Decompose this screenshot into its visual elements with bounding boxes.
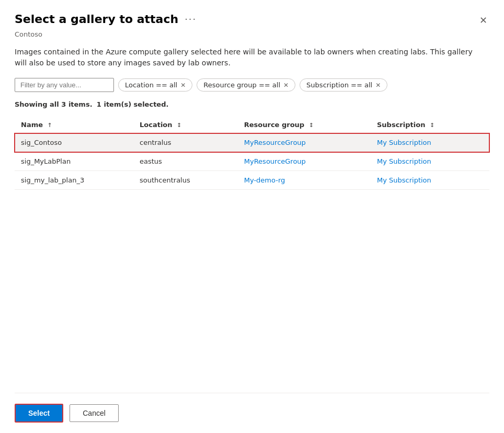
dialog-footer: Select Cancel — [15, 393, 489, 433]
sort-icon-subscription: ↕ — [430, 122, 434, 129]
table-row[interactable]: sig_ContosocentralusMyResourceGroupMy Su… — [15, 133, 489, 152]
dialog-title: Select a gallery to attach — [15, 13, 178, 26]
table-header-row: Name ↑ Location ↕ Resource group ↕ Subsc… — [15, 117, 489, 133]
sort-icon-name: ↑ — [48, 122, 52, 129]
close-button[interactable]: ✕ — [477, 13, 489, 28]
cell-location: eastus — [133, 152, 238, 171]
filter-chip-location: Location == all ✕ — [118, 78, 192, 92]
cell-name: sig_my_lab_plan_3 — [15, 171, 133, 190]
filter-chip-location-close[interactable]: ✕ — [180, 82, 186, 89]
filter-chip-location-label: Location == all — [125, 81, 177, 89]
showing-count: Showing all 3 items. — [15, 100, 93, 108]
col-header-name[interactable]: Name ↑ — [15, 117, 133, 133]
cell-subscription[interactable]: My Subscription — [371, 152, 489, 171]
showing-text: Showing all 3 items. 1 item(s) selected. — [15, 100, 489, 108]
filter-chip-rg-close[interactable]: ✕ — [283, 82, 289, 89]
cell-resource-group[interactable]: My-demo-rg — [238, 171, 371, 190]
selected-count: 1 item(s) selected. — [97, 100, 169, 108]
cell-location: southcentralus — [133, 171, 238, 190]
col-header-rg[interactable]: Resource group ↕ — [238, 117, 371, 133]
filter-row: Location == all ✕ Resource group == all … — [15, 78, 489, 92]
cell-resource-group[interactable]: MyResourceGroup — [238, 133, 371, 152]
filter-chip-rg: Resource group == all ✕ — [197, 78, 295, 92]
select-button[interactable]: Select — [15, 404, 63, 423]
description-text: Images contained in the Azure compute ga… — [15, 47, 485, 69]
select-gallery-dialog: Select a gallery to attach ··· ✕ Contoso… — [0, 0, 504, 433]
gallery-table: Name ↑ Location ↕ Resource group ↕ Subsc… — [15, 117, 489, 190]
cell-name: sig_Contoso — [15, 133, 133, 152]
col-header-location[interactable]: Location ↕ — [133, 117, 238, 133]
more-icon[interactable]: ··· — [185, 15, 197, 24]
table-row[interactable]: sig_MyLabPlaneastusMyResourceGroupMy Sub… — [15, 152, 489, 171]
filter-input[interactable] — [15, 78, 114, 92]
table-container: Name ↑ Location ↕ Resource group ↕ Subsc… — [15, 117, 489, 393]
cell-name: sig_MyLabPlan — [15, 152, 133, 171]
filter-chip-rg-label: Resource group == all — [203, 81, 280, 89]
table-row[interactable]: sig_my_lab_plan_3southcentralusMy-demo-r… — [15, 171, 489, 190]
dialog-subtitle: Contoso — [15, 30, 489, 38]
filter-chip-subscription-label: Subscription == all — [306, 81, 372, 89]
cell-subscription[interactable]: My Subscription — [371, 171, 489, 190]
filter-chip-subscription: Subscription == all ✕ — [300, 78, 387, 92]
cell-location: centralus — [133, 133, 238, 152]
dialog-header: Select a gallery to attach ··· ✕ — [15, 13, 489, 28]
filter-chip-subscription-close[interactable]: ✕ — [375, 82, 381, 89]
cancel-button[interactable]: Cancel — [70, 404, 119, 422]
sort-icon-rg: ↕ — [309, 122, 314, 129]
sort-icon-location: ↕ — [177, 122, 181, 129]
cell-resource-group[interactable]: MyResourceGroup — [238, 152, 371, 171]
col-header-subscription[interactable]: Subscription ↕ — [371, 117, 489, 133]
title-area: Select a gallery to attach ··· — [15, 13, 197, 26]
cell-subscription[interactable]: My Subscription — [371, 133, 489, 152]
